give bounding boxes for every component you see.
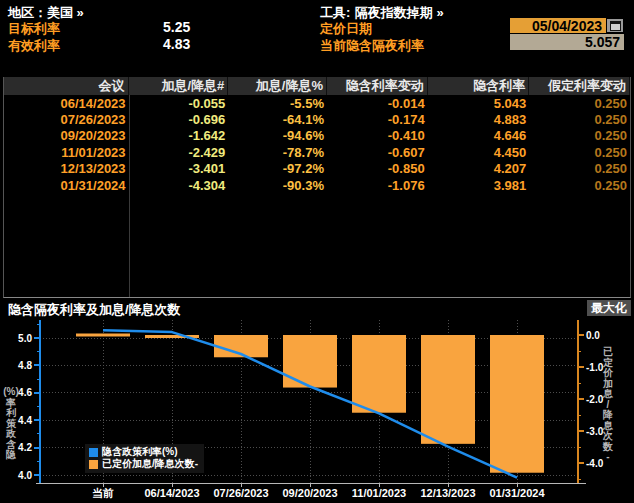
table-cell: 09/20/2023: [4, 128, 129, 143]
table-cell: -0.055: [129, 96, 229, 111]
table-cell: 07/26/2023: [4, 112, 129, 127]
axis-label-char: -: [606, 452, 609, 463]
pricing-date-label: 定价日期: [320, 20, 372, 38]
table-cell: -0.850: [327, 161, 428, 176]
table-cell: 0.250: [529, 96, 630, 111]
table-cell: -64.1%: [228, 112, 327, 127]
table-cell: 0.250: [529, 112, 630, 127]
table-row[interactable]: 12/13/2023-3.401-97.2%-0.8504.2070.250: [4, 161, 630, 177]
table-cell: 4.883: [428, 112, 530, 127]
effective-rate-value: 4.83: [163, 36, 190, 52]
region-value[interactable]: 美国 »: [47, 5, 84, 20]
x-axis-tick-label: 01/31/2024: [489, 487, 545, 499]
table-cell: -2.429: [129, 145, 229, 160]
meetings-table: 会议加息/降息#加息/降息%隐含利率变动隐含利率假定利率变动 06/14/202…: [3, 77, 631, 298]
chart-title: 隐含隔夜利率及加息/降息次数: [8, 301, 181, 319]
table-cell: -0.174: [327, 112, 428, 127]
pricing-date-input[interactable]: [510, 18, 606, 33]
left-axis-tick-label: 4.0: [18, 470, 32, 481]
rates-chart: 5.04.84.64.44.24.00.0-1.0-2.0-3.0-4.0当前0…: [0, 318, 634, 503]
table-cell: 0.250: [529, 128, 630, 143]
right-axis-tick-label: 0.0: [586, 330, 600, 341]
column-header: 隐含利率: [428, 77, 530, 95]
table-cell: 4.450: [428, 145, 530, 160]
table-cell: -94.6%: [228, 128, 327, 143]
table-row[interactable]: 11/01/2023-2.429-78.7%-0.6074.4500.250: [4, 144, 630, 160]
table-cell: 4.646: [428, 128, 530, 143]
table-cell: -4.304: [129, 178, 229, 193]
x-axis-tick-label: 07/26/2023: [213, 487, 268, 499]
left-axis-label: (%)率利策政含隐: [3, 366, 19, 482]
column-header: 加息/降息%: [228, 77, 327, 95]
implied-overnight-label: 当前隐含隔夜利率: [320, 37, 424, 55]
table-cell: 0.250: [529, 161, 630, 176]
bar-priced-cuts: [76, 334, 130, 337]
column-header: 加息/降息#: [129, 77, 229, 95]
table-cell: -0.696: [129, 112, 229, 127]
column-header: 假定利率变动: [529, 77, 630, 95]
table-cell: 4.207: [428, 161, 530, 176]
x-axis-tick-label: 09/20/2023: [282, 487, 337, 499]
column-header: 隐含利率变动: [327, 77, 428, 95]
left-axis-tick-label: 4.4: [18, 415, 32, 426]
table-row[interactable]: 09/20/2023-1.642-94.6%-0.4104.6460.250: [4, 128, 630, 144]
table-cell: -3.401: [129, 161, 229, 176]
table-cell: -90.3%: [228, 178, 327, 193]
table-row[interactable]: 01/31/2024-4.304-90.3%-1.0763.9810.250: [4, 177, 630, 193]
bar-priced-cuts: [352, 335, 406, 413]
table-cell: 3.981: [428, 178, 530, 193]
tool-label: 工具:: [320, 5, 350, 20]
target-rate-value: 5.25: [163, 19, 190, 35]
left-axis-tick-label: 4.2: [18, 442, 32, 453]
chart-legend: 隐含政策利率(%)已定价加息/降息次数-: [85, 444, 204, 473]
region-label: 地区：: [8, 5, 47, 20]
legend-swatch: [89, 460, 98, 469]
table-cell: 0.250: [529, 145, 630, 160]
table-cell: 5.043: [428, 96, 530, 111]
calendar-button[interactable]: [607, 19, 623, 32]
table-cell: -0.014: [327, 96, 428, 111]
table-cell: 12/13/2023: [4, 161, 129, 176]
effective-rate-label: 有效利率: [8, 37, 60, 55]
bar-priced-cuts: [421, 335, 475, 444]
right-axis-label: 已定价加息/降息次数-: [600, 340, 616, 470]
bar-priced-cuts: [283, 335, 337, 388]
left-axis-tick-label: 5.0: [18, 333, 32, 344]
axis-label-char: 隐: [6, 450, 16, 461]
table-cell: -97.2%: [228, 161, 327, 176]
table-cell: 06/14/2023: [4, 96, 129, 111]
table-header-row: 会议加息/降息#加息/降息%隐含利率变动隐含利率假定利率变动: [4, 77, 630, 95]
table-row[interactable]: 06/14/2023-0.055-5.5%-0.0145.0430.250: [4, 95, 630, 111]
legend-swatch: [89, 448, 98, 457]
column-header: 会议: [4, 77, 129, 95]
table-cell: 11/01/2023: [4, 145, 129, 160]
left-axis-tick-label: 4.8: [18, 360, 32, 371]
x-axis-tick-label: 当前: [92, 487, 114, 499]
table-cell: 0.250: [529, 178, 630, 193]
table-cell: -78.7%: [228, 145, 327, 160]
tool-value[interactable]: 隔夜指数掉期 »: [355, 5, 444, 20]
implied-overnight-field[interactable]: [510, 34, 624, 50]
maximize-button[interactable]: 最大化: [587, 300, 631, 316]
wirp-screen: 地区：美国 » 工具: 隔夜指数掉期 » 目标利率 5.25 有效利率 4.83…: [0, 0, 634, 503]
legend-label: 已定价加息/降息次数-: [102, 457, 198, 471]
table-row[interactable]: 07/26/2023-0.696-64.1%-0.1744.8830.250: [4, 111, 630, 127]
legend-item: 已定价加息/降息次数-: [89, 458, 198, 470]
table-cell: -0.410: [327, 128, 428, 143]
bar-priced-cuts: [490, 335, 544, 473]
table-cell: -1.076: [327, 178, 428, 193]
x-axis-tick-label: 12/13/2023: [420, 487, 475, 499]
target-rate-label: 目标利率: [8, 20, 60, 38]
calendar-icon: [610, 21, 621, 31]
table-cell: -0.607: [327, 145, 428, 160]
left-axis-tick-label: 4.6: [18, 387, 32, 398]
table-cell: 01/31/2024: [4, 178, 129, 193]
x-axis-tick-label: 11/01/2023: [352, 487, 406, 499]
table-cell: -1.642: [129, 128, 229, 143]
table-cell: -5.5%: [228, 96, 327, 111]
x-axis-tick-label: 06/14/2023: [144, 487, 199, 499]
